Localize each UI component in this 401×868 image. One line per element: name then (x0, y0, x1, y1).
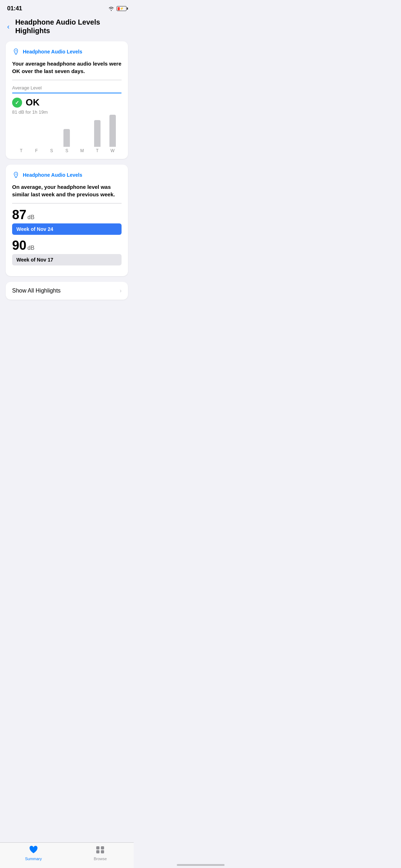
page-title: Headphone Audio Levels Highlights (15, 18, 128, 35)
ear-icon (12, 48, 20, 56)
stat2-number: 90 (12, 239, 26, 252)
day-label-W: W (107, 148, 118, 153)
bottom-spacer (6, 305, 128, 337)
stat1-value-row: 87 dB (12, 208, 122, 221)
ok-badge-row: ✓ OK (12, 97, 122, 108)
card2-header: Headphone Audio Levels (12, 171, 122, 179)
show-all-row[interactable]: Show All Highlights › (6, 282, 128, 300)
stat1-unit: dB (27, 214, 35, 221)
week-bar-previous: Week of Nov 17 (12, 254, 122, 265)
ear-icon-2 (12, 171, 20, 179)
scroll-content: Headphone Audio Levels Your average head… (0, 39, 134, 345)
battery-icon: ⚡ (117, 6, 127, 11)
status-time: 01:41 (7, 5, 22, 12)
stat1-number: 87 (12, 208, 26, 221)
divider1 (12, 80, 122, 80)
day-label-T2: T (92, 148, 103, 153)
bar-chart: T F S S M T W (12, 118, 122, 150)
avg-line (12, 93, 122, 94)
day-label-S2: S (61, 148, 72, 153)
stat-row-2: 90 dB Week of Nov 17 (12, 239, 122, 265)
day-labels: T F S S M T W (12, 147, 122, 153)
svg-point-1 (16, 174, 17, 175)
show-all-card[interactable]: Show All Highlights › (6, 282, 128, 300)
chart-section: Average Level ✓ OK 81 dB for 1h 19m (12, 85, 122, 151)
bar-S2 (61, 129, 72, 147)
svg-point-0 (16, 50, 17, 51)
wifi-icon (108, 6, 114, 11)
nav-header: ‹ Headphone Audio Levels Highlights (0, 15, 134, 39)
status-bar: 01:41 ⚡ (0, 0, 134, 15)
ok-detail: 81 dB for 1h 19m (12, 109, 122, 115)
stat2-value-row: 90 dB (12, 239, 122, 252)
stat-row-1: 87 dB Week of Nov 24 (12, 208, 122, 235)
divider2 (12, 203, 122, 203)
chevron-right-icon: › (120, 288, 122, 294)
card2-description: On average, your headphone level was sim… (12, 183, 122, 198)
bar-T2 (92, 120, 103, 147)
card1-header: Headphone Audio Levels (12, 48, 122, 56)
chart-label: Average Level (12, 85, 122, 91)
day-label-M: M (77, 148, 87, 153)
ok-circle: ✓ (12, 98, 22, 108)
bar-W (107, 115, 118, 147)
day-label-S1: S (46, 148, 57, 153)
card-week-comparison: Headphone Audio Levels On average, your … (6, 165, 128, 276)
card1-section-title: Headphone Audio Levels (23, 49, 82, 55)
bars-row (12, 118, 122, 147)
checkmark-icon: ✓ (15, 100, 19, 105)
week-bar-current: Week of Nov 24 (12, 223, 122, 235)
stat2-unit: dB (27, 245, 35, 251)
card1-description: Your average headphone audio levels were… (12, 60, 122, 75)
back-button[interactable]: ‹ (6, 21, 11, 32)
status-icons: ⚡ (108, 6, 127, 11)
show-all-text: Show All Highlights (12, 288, 61, 294)
card-average-level: Headphone Audio Levels Your average head… (6, 41, 128, 159)
ok-text: OK (26, 97, 40, 108)
day-label-F: F (31, 148, 42, 153)
card2-section-title: Headphone Audio Levels (23, 172, 82, 178)
day-label-T1: T (16, 148, 26, 153)
